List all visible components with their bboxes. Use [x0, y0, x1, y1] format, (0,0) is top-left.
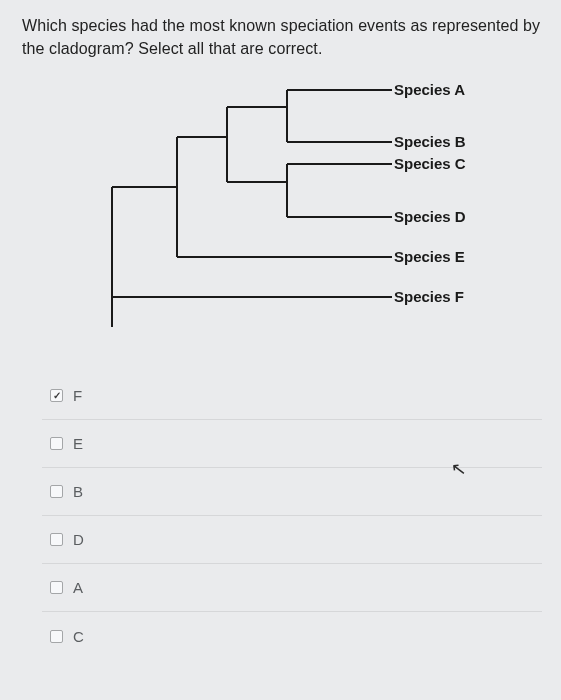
checkbox-c[interactable]: [50, 630, 63, 643]
checkbox-a[interactable]: [50, 581, 63, 594]
species-label-a: Species A: [394, 81, 465, 98]
option-row-d[interactable]: D: [42, 516, 542, 564]
checkbox-d[interactable]: [50, 533, 63, 546]
question-page: Which species had the most known speciat…: [0, 0, 561, 700]
option-row-c[interactable]: C: [42, 612, 542, 660]
option-row-b[interactable]: B: [42, 468, 542, 516]
checkbox-f[interactable]: [50, 389, 63, 402]
cladogram-svg: [62, 82, 442, 342]
option-row-f[interactable]: F: [42, 372, 542, 420]
checkbox-b[interactable]: [50, 485, 63, 498]
question-text: Which species had the most known speciat…: [22, 14, 543, 60]
species-label-b: Species B: [394, 133, 466, 150]
option-label: B: [73, 483, 83, 500]
species-label-d: Species D: [394, 208, 466, 225]
option-label: A: [73, 579, 83, 596]
answer-options: F E B D A C: [42, 372, 542, 660]
option-label: E: [73, 435, 83, 452]
option-label: C: [73, 628, 84, 645]
checkbox-e[interactable]: [50, 437, 63, 450]
species-label-c: Species C: [394, 155, 466, 172]
species-label-e: Species E: [394, 248, 465, 265]
option-row-e[interactable]: E: [42, 420, 542, 468]
option-row-a[interactable]: A: [42, 564, 542, 612]
option-label: D: [73, 531, 84, 548]
cladogram-diagram: Species A Species B Species C Species D …: [62, 82, 561, 342]
option-label: F: [73, 387, 82, 404]
species-label-f: Species F: [394, 288, 464, 305]
